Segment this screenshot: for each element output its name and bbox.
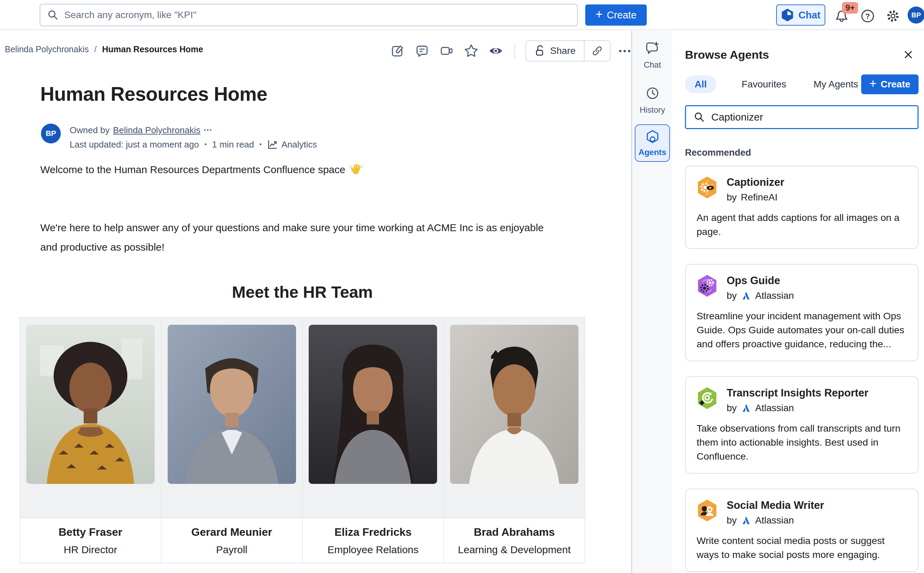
agent-publisher: Atlassian <box>755 402 794 413</box>
video-button[interactable] <box>438 43 455 59</box>
wave-emoji <box>349 163 363 176</box>
gear-icon <box>885 9 901 23</box>
svg-text:?: ? <box>865 12 870 20</box>
team-member-name: Brad Abrahams <box>444 526 585 539</box>
team-member-cell: Gerard Meunier Payroll <box>161 518 303 563</box>
page-title: Human Resources Home <box>40 83 267 105</box>
agents-hexagon-icon <box>645 129 660 145</box>
owner-link[interactable]: Belinda Polychronakis <box>113 125 200 136</box>
team-photo-betty <box>26 325 155 484</box>
create-agent-label: Create <box>881 79 910 90</box>
global-search[interactable] <box>40 4 578 26</box>
by-label: by <box>727 515 737 526</box>
welcome-text: Welcome to the Human Resources Departmen… <box>40 164 345 175</box>
welcome-paragraph: Welcome to the Human Resources Departmen… <box>40 163 363 176</box>
search-icon <box>694 111 705 123</box>
breadcrumb-separator: / <box>94 44 97 54</box>
agent-name: Captionizer <box>727 176 784 189</box>
team-member-role: HR Director <box>20 544 161 556</box>
tab-favourites[interactable]: Favourites <box>742 79 786 90</box>
breadcrumb-space-link[interactable]: Belinda Polychronakis <box>5 44 89 54</box>
agent-description: Take observations from call transcripts … <box>697 421 907 463</box>
team-member-name: Eliza Fredricks <box>303 526 444 539</box>
page-byline: BP Owned by Belinda Polychronakis ••• La… <box>41 124 317 151</box>
help-button[interactable]: ? <box>860 8 876 24</box>
owner-more-button[interactable]: ••• <box>204 127 213 133</box>
agent-description: An agent that adds captions for all imag… <box>697 211 907 239</box>
breadcrumb: Belinda Polychronakis / Human Resources … <box>5 44 203 54</box>
team-member-role: Payroll <box>161 544 302 556</box>
social-people-icon <box>697 499 718 522</box>
agent-name: Transcript Insights Reporter <box>727 387 868 399</box>
create-button[interactable]: + Create <box>585 5 647 26</box>
chat-sparkle-icon <box>644 40 661 56</box>
comment-icon <box>414 43 430 58</box>
owner-avatar[interactable]: BP <box>41 124 61 143</box>
star-icon <box>463 43 479 59</box>
team-photo-row <box>20 317 585 518</box>
plus-icon: + <box>869 78 877 90</box>
create-agent-button[interactable]: + Create <box>861 74 919 94</box>
rail-item-agents[interactable]: Agents <box>635 124 670 162</box>
team-photo-cell <box>444 317 585 518</box>
atlassian-logo <box>741 291 751 301</box>
share-button[interactable]: Share <box>526 41 584 61</box>
edit-pencil-icon <box>390 43 405 58</box>
copy-link-button[interactable] <box>584 41 610 61</box>
recommended-section-label: Recommended <box>685 147 919 158</box>
team-member-role: Learning & Development <box>444 544 585 556</box>
analytics-button[interactable]: Analytics <box>267 139 317 150</box>
agent-description: Write content social media posts or sugg… <box>697 534 907 562</box>
chat-button[interactable]: Chat <box>776 5 826 26</box>
eye-watching-icon <box>488 43 503 59</box>
search-icon <box>47 9 59 21</box>
close-icon <box>903 50 913 60</box>
tab-my-agents[interactable]: My Agents <box>814 79 858 90</box>
rail-item-chat[interactable]: Chat <box>632 40 673 70</box>
share-button-group: Share <box>525 40 611 61</box>
unlocked-padlock-icon <box>535 45 545 57</box>
more-actions-button[interactable]: ••• <box>619 46 632 56</box>
user-avatar[interactable]: BP <box>908 6 924 23</box>
browse-agents-panel: Browse Agents All Favourites My Agents +… <box>672 31 924 573</box>
notifications-button[interactable]: 9+ <box>834 8 850 24</box>
by-label: by <box>727 402 737 413</box>
intro-paragraph: We're here to help answer any of your qu… <box>40 218 547 257</box>
edit-button[interactable] <box>389 43 406 59</box>
plus-icon: + <box>596 8 603 20</box>
team-photo-eliza <box>309 325 437 484</box>
clock-icon <box>645 85 660 101</box>
agent-card-social-media-writer[interactable]: Social Media Writer by Atlassian Write c… <box>685 488 919 572</box>
team-photo-cell <box>303 317 444 518</box>
agent-search[interactable] <box>685 105 919 129</box>
team-member-cell: Eliza Fredricks Employee Relations <box>303 518 444 563</box>
tab-all[interactable]: All <box>685 75 716 93</box>
watch-button[interactable] <box>488 43 504 59</box>
favourite-button[interactable] <box>463 43 479 59</box>
analytics-chart-icon <box>267 139 278 150</box>
team-member-cell: Betty Fraser HR Director <box>20 518 161 563</box>
settings-button[interactable] <box>885 8 901 24</box>
rail-item-label: History <box>639 105 665 115</box>
close-panel-button[interactable] <box>901 47 916 62</box>
owned-by-label: Owned by <box>70 125 109 136</box>
page-content: Belinda Polychronakis / Human Resources … <box>0 31 631 573</box>
agent-name: Social Media Writer <box>727 499 824 512</box>
last-updated-label: Last updated: just a moment ago <box>70 139 199 150</box>
agents-tabs: All Favourites My Agents + Create <box>685 74 919 94</box>
transcript-sync-icon <box>697 387 718 410</box>
team-heading: Meet the HR Team <box>19 283 585 302</box>
ops-guide-gears-icon <box>697 274 718 297</box>
search-input[interactable] <box>64 9 570 20</box>
rail-item-history[interactable]: History <box>632 85 673 115</box>
agent-card-ops-guide[interactable]: Ops Guide by Atlassian Streamline your i… <box>685 264 919 361</box>
comments-button[interactable] <box>414 43 430 59</box>
agent-card-captionizer[interactable]: Captionizer by RefineAI An agent that ad… <box>685 166 919 249</box>
by-label: by <box>727 192 737 203</box>
team-photo-gerard <box>168 325 296 484</box>
atlassian-logo <box>741 403 751 413</box>
agent-search-input[interactable] <box>711 111 910 123</box>
rail-item-label: Agents <box>638 147 666 157</box>
agent-card-transcript-insights[interactable]: Transcript Insights Reporter by Atlassia… <box>685 376 919 474</box>
analytics-label: Analytics <box>281 139 317 150</box>
